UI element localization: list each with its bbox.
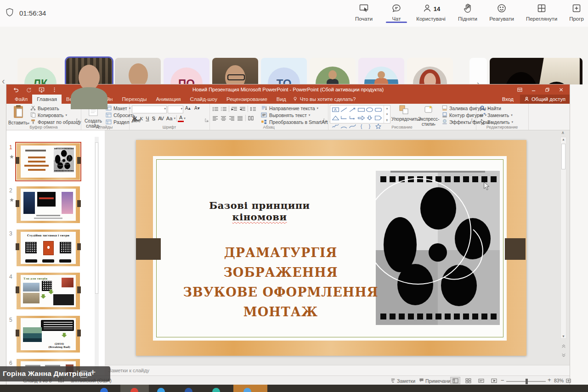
select-button[interactable]: Выделить▾ <box>480 119 513 125</box>
text-direction-button[interactable]: Направление текста▾ <box>261 105 331 112</box>
toolbar-button-view[interactable]: Переглянути <box>520 2 563 22</box>
ribbon-tab-8[interactable]: Рецензирование <box>222 95 272 104</box>
shape-scribble-icon[interactable] <box>332 123 339 131</box>
normal-view-button[interactable] <box>450 377 460 384</box>
shape-elbowarrow-icon[interactable] <box>349 114 356 123</box>
scroll-down-icon[interactable]: ▼ <box>561 335 566 338</box>
change-case-button[interactable]: Аа <box>165 115 174 122</box>
shrink-button[interactable]: − <box>72 369 76 377</box>
enlarge-button[interactable]: + <box>90 367 96 378</box>
slide-sorter-view-button[interactable] <box>463 377 473 384</box>
shape-bracer-icon[interactable]: } <box>366 123 373 131</box>
presenter-name-tag[interactable]: Горіна Жанна Дмитрівна − + <box>0 366 110 381</box>
dropdown-button[interactable] <box>80 371 87 378</box>
slide-canvas[interactable]: Базові принципи кіномови ДРАМАТУРГІЯЗОБР… <box>136 140 526 356</box>
align-center-button[interactable] <box>220 114 228 122</box>
zoom-out-button[interactable]: − <box>501 377 504 384</box>
slide-thumbnail-3[interactable]: Студійна заставка і титри <box>17 230 80 266</box>
toolbar-button-chat[interactable]: Чат <box>383 2 410 22</box>
strikethrough-button[interactable]: abc <box>131 117 142 124</box>
zoom-level[interactable]: 83% <box>554 378 564 383</box>
increase-font-button[interactable]: А▴ <box>185 106 191 111</box>
text-shadow-button[interactable]: S <box>151 115 157 122</box>
character-spacing-button[interactable]: AV <box>157 115 165 122</box>
toolbar-button-react[interactable]: Реагувати <box>483 2 520 22</box>
ribbon-display-options-button[interactable] <box>513 84 526 95</box>
columns-button[interactable] <box>247 114 255 122</box>
underline-button[interactable]: Ч <box>144 115 150 122</box>
slide-body-text[interactable]: ДРАМАТУРГІЯЗОБРАЖЕННЯЗВУКОВЕ ОФОРМЛЕННЯМ… <box>164 243 398 322</box>
previous-slide-button[interactable] <box>560 342 566 350</box>
toolbar-button-apps[interactable]: Прогр <box>563 2 588 22</box>
arrange-button[interactable]: Упорядочить▾ <box>391 105 416 122</box>
taskbar-app-icon[interactable] <box>185 388 192 392</box>
taskbar-app-icon[interactable] <box>212 388 220 392</box>
notes-toggle[interactable]: Заметки <box>390 378 415 384</box>
restore-button[interactable] <box>540 84 554 95</box>
shapes-gallery[interactable]: {}▴▾⇟ <box>330 105 390 123</box>
toolbar-button-participants[interactable]: 14Користувачі <box>410 2 452 22</box>
shape-arrow-icon[interactable] <box>349 106 356 114</box>
ribbon-tab-2[interactable]: Главная <box>32 95 62 104</box>
shape-arrowdown-icon[interactable] <box>366 114 373 123</box>
convert-to-smartart-button[interactable]: Преобразовать в SmartArt▾ <box>261 119 331 125</box>
zoom-slider[interactable] <box>506 381 546 382</box>
replace-button[interactable]: abЗаменить▾ <box>480 112 513 118</box>
ribbon-tab-9[interactable]: Вид <box>272 95 291 104</box>
shape-arrowright-icon[interactable] <box>357 114 365 123</box>
ribbon-tab-6[interactable]: Анимация <box>151 95 185 104</box>
shapes-gallery-scroll[interactable]: ▴▾⇟ <box>384 106 390 123</box>
share-button[interactable]: Общий доступ <box>520 95 570 104</box>
comments-toggle[interactable]: Примечания <box>419 378 453 384</box>
shape-elbow-icon[interactable] <box>340 114 348 123</box>
shape-star-icon[interactable] <box>374 123 382 131</box>
shape-line-icon[interactable] <box>340 106 348 114</box>
collapse-ribbon-icon[interactable]: ∧ <box>561 130 565 135</box>
editor-scrollbar[interactable]: ▲ ▼ <box>560 137 566 339</box>
next-slide-button[interactable] <box>560 352 566 359</box>
shape-rect-icon[interactable] <box>357 106 365 114</box>
line-spacing-button[interactable] <box>249 105 257 112</box>
slide-thumbnail-5[interactable]: (2014)(Breaking Bad) <box>17 316 80 353</box>
font-size-select[interactable] <box>168 106 183 113</box>
slide-title[interactable]: Базові принципи кіномови <box>186 200 333 223</box>
justify-button[interactable] <box>236 114 244 122</box>
slideshow-button[interactable] <box>489 377 499 384</box>
zoom-in-button[interactable]: + <box>548 376 551 383</box>
find-button[interactable]: Найти <box>480 105 513 112</box>
paste-button[interactable]: Вставить▾ <box>8 105 28 126</box>
copy-button[interactable]: Копировать▾ <box>30 112 81 118</box>
toolbar-button-start-share[interactable]: Почати <box>345 2 383 22</box>
increase-indent-button[interactable] <box>238 105 247 112</box>
shape-triangle-icon[interactable] <box>332 114 339 123</box>
taskbar-app-icon[interactable] <box>100 388 108 392</box>
notes-pane[interactable]: Заметки к слайду <box>105 365 570 375</box>
font-name-select[interactable] <box>132 106 167 113</box>
shape-textbox-icon[interactable] <box>332 106 339 114</box>
reading-view-button[interactable] <box>476 377 486 384</box>
bullets-button[interactable] <box>211 105 220 112</box>
decrease-font-button[interactable]: А▾ <box>194 106 200 111</box>
scrollbar-thumb[interactable] <box>561 144 565 169</box>
dialog-launcher-icon[interactable] <box>205 116 209 124</box>
shape-roundrect-icon[interactable] <box>374 106 382 114</box>
font-color-button[interactable]: А <box>178 115 184 122</box>
quick-styles-button[interactable]: Экспресс-стили▾ <box>417 105 440 127</box>
slide-thumbnail-4[interactable]: Тло для титрів <box>17 273 80 309</box>
shape-arc-icon[interactable] <box>340 123 348 131</box>
zoom-slider-thumb[interactable] <box>526 379 528 384</box>
shape-curve-icon[interactable] <box>349 123 356 131</box>
slide-thumbnail-2[interactable] <box>17 186 80 223</box>
taskbar-app-icon[interactable] <box>157 388 165 392</box>
shape-bracel-icon[interactable]: { <box>357 123 365 131</box>
toolbar-button-raise-hand[interactable]: Підняти <box>452 2 483 22</box>
taskbar[interactable] <box>0 385 588 392</box>
shape-flag-icon[interactable] <box>374 114 382 123</box>
decrease-indent-button[interactable] <box>230 105 238 112</box>
format-painter-button[interactable]: Формат по образцу <box>30 119 81 125</box>
participant-tile-2[interactable] <box>66 58 112 109</box>
align-text-button[interactable]: Выровнять текст▾ <box>261 112 331 118</box>
align-left-button[interactable] <box>211 114 220 122</box>
ribbon-tab-7[interactable]: Слайд-шоу <box>185 95 222 104</box>
sign-in-link[interactable]: Вход <box>502 95 514 104</box>
